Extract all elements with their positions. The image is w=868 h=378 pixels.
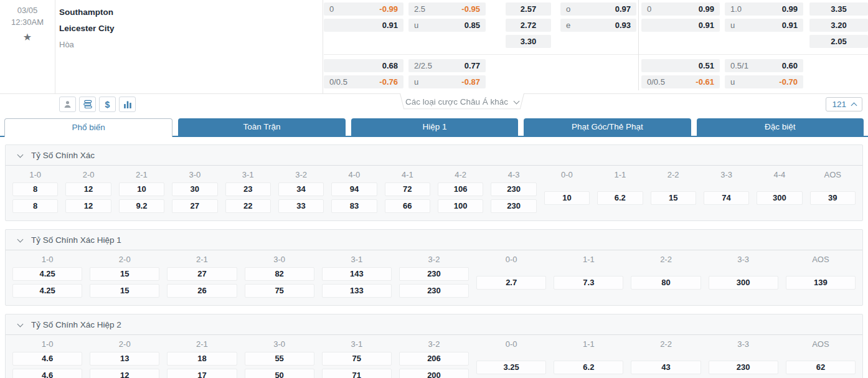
- score-odds-cell[interactable]: 6.2: [554, 361, 623, 374]
- score-odds-cell[interactable]: 230: [491, 182, 536, 196]
- score-odds-cell[interactable]: 200: [399, 369, 469, 378]
- score-odds-cell[interactable]: 34: [278, 182, 324, 196]
- score-odds-cell[interactable]: 4.6: [12, 352, 82, 366]
- odds-cell[interactable]: 2.72: [506, 19, 551, 32]
- score-odds-cell[interactable]: 27: [167, 267, 237, 281]
- market-count-toggle[interactable]: 121: [826, 97, 862, 111]
- score-column-2-2: 15: [647, 182, 700, 213]
- score-odds-cell[interactable]: 62: [786, 361, 856, 374]
- score-odds-cell[interactable]: 15: [90, 267, 159, 281]
- chevron-down-icon[interactable]: [17, 321, 24, 327]
- score-odds-cell[interactable]: 43: [631, 361, 701, 374]
- dollar-icon[interactable]: $: [99, 97, 116, 112]
- tab-full-match[interactable]: Toàn Trận: [178, 118, 345, 136]
- odds-cell[interactable]: 00.99: [641, 2, 720, 16]
- odds-cell[interactable]: e0.93: [560, 19, 636, 32]
- score-odds-cell[interactable]: 83: [331, 199, 377, 213]
- odds-cell[interactable]: 2.57: [506, 2, 551, 16]
- score-odds-cell[interactable]: 4.25: [12, 267, 82, 281]
- score-odds-cell[interactable]: 230: [491, 199, 536, 213]
- score-odds-cell[interactable]: 13: [90, 352, 159, 366]
- odds-cell[interactable]: o0.97: [560, 2, 636, 16]
- stats-icon[interactable]: [119, 97, 136, 112]
- score-odds-cell[interactable]: 26: [167, 284, 237, 298]
- score-odds-cell[interactable]: 12: [65, 182, 111, 196]
- odds-cell[interactable]: 2.5-0.95: [408, 2, 486, 16]
- score-odds-cell[interactable]: 230: [399, 267, 469, 281]
- tab-first-half[interactable]: Hiệp 1: [351, 118, 518, 136]
- favorite-star-icon[interactable]: ★: [23, 31, 32, 43]
- odds-cell[interactable]: 3.20: [809, 19, 868, 32]
- score-odds-cell[interactable]: 94: [331, 182, 377, 196]
- score-odds-cell[interactable]: 71: [322, 369, 392, 378]
- score-odds-cell[interactable]: 12: [65, 199, 111, 213]
- score-odds-cell[interactable]: 100: [438, 199, 483, 213]
- score-odds-cell[interactable]: 33: [278, 199, 324, 213]
- odds-cell[interactable]: u0.91: [725, 19, 803, 32]
- asian-bets-dropdown[interactable]: Các loại cược Châu Á khác: [400, 93, 524, 110]
- odds-cell[interactable]: 2.05: [809, 35, 868, 48]
- bet-types-icon[interactable]: [79, 97, 96, 112]
- score-odds-cell[interactable]: 9.2: [119, 199, 164, 213]
- score-odds-cell[interactable]: 300: [757, 191, 802, 205]
- score-odds-cell[interactable]: 4.25: [12, 284, 82, 298]
- odds-cell[interactable]: 2/2.50.77: [408, 59, 486, 72]
- score-odds-cell[interactable]: 6.2: [597, 191, 643, 205]
- score-odds-cell[interactable]: 74: [704, 191, 749, 205]
- odds-cell[interactable]: 0/0.5-0.76: [324, 75, 403, 88]
- odds-cell[interactable]: 1.00.99: [725, 2, 803, 16]
- score-odds-cell[interactable]: 27: [172, 199, 217, 213]
- score-odds-cell[interactable]: 30: [172, 182, 217, 196]
- score-odds-cell[interactable]: 55: [245, 352, 314, 366]
- score-odds-cell[interactable]: 80: [631, 276, 701, 290]
- score-odds-cell[interactable]: 75: [245, 284, 314, 298]
- odds-cell[interactable]: 0.68: [324, 59, 403, 72]
- odds-cell[interactable]: u-0.70: [725, 75, 803, 88]
- score-odds-cell[interactable]: 8: [12, 199, 58, 213]
- score-odds-cell[interactable]: 66: [385, 199, 430, 213]
- score-odds-cell[interactable]: 7.3: [554, 276, 623, 290]
- chevron-down-icon[interactable]: [17, 151, 24, 158]
- score-odds-cell[interactable]: 3.25: [476, 361, 546, 374]
- tab-popular[interactable]: Phổ biến: [4, 118, 172, 137]
- odds-cell[interactable]: 3.35: [809, 2, 868, 16]
- score-odds-cell[interactable]: 39: [810, 191, 856, 205]
- player-icon[interactable]: [59, 97, 76, 112]
- score-odds-cell[interactable]: 106: [438, 182, 483, 196]
- odds-cell[interactable]: u0.85: [408, 19, 486, 32]
- score-odds-cell[interactable]: 206: [399, 352, 469, 366]
- score-odds-cell[interactable]: 2.7: [476, 276, 546, 290]
- score-odds-cell[interactable]: 139: [786, 276, 856, 290]
- score-odds-cell[interactable]: 50: [245, 369, 314, 378]
- score-odds-cell[interactable]: 82: [245, 267, 314, 281]
- score-odds-cell[interactable]: 15: [651, 191, 696, 205]
- score-odds-cell[interactable]: 10: [544, 191, 590, 205]
- odds-cell[interactable]: 3.30: [506, 35, 551, 48]
- score-odds-cell[interactable]: 17: [167, 369, 237, 378]
- score-odds-cell[interactable]: 75: [322, 352, 392, 366]
- score-odds-cell[interactable]: 23: [225, 182, 271, 196]
- score-odds-cell[interactable]: 18: [167, 352, 237, 366]
- odds-cell[interactable]: 0.91: [641, 19, 720, 32]
- score-odds-cell[interactable]: 15: [90, 284, 159, 298]
- tab-corners-cards[interactable]: Phạt Góc/Thẻ Phạt: [524, 118, 691, 136]
- odds-cell[interactable]: 0/0.5-0.61: [641, 75, 720, 88]
- chevron-down-icon[interactable]: [17, 236, 24, 242]
- odds-cell[interactable]: 0.51: [641, 59, 720, 72]
- odds-cell[interactable]: 0.5/10.60: [725, 59, 803, 72]
- score-odds-cell[interactable]: 10: [119, 182, 164, 196]
- score-odds-cell[interactable]: 300: [709, 276, 778, 290]
- score-odds-cell[interactable]: 72: [385, 182, 430, 196]
- odds-cell[interactable]: 0-0.99: [324, 2, 403, 16]
- score-odds-cell[interactable]: 4.6: [12, 369, 82, 378]
- score-odds-cell[interactable]: 143: [322, 267, 392, 281]
- score-odds-cell[interactable]: 230: [709, 361, 778, 374]
- score-odds-cell[interactable]: 133: [322, 284, 392, 298]
- tab-special[interactable]: Đặc biệt: [697, 118, 864, 136]
- odds-cell[interactable]: u-0.87: [408, 75, 486, 88]
- score-odds-cell[interactable]: 8: [12, 182, 58, 196]
- score-odds-cell[interactable]: 230: [399, 284, 469, 298]
- odds-cell[interactable]: 0.91: [324, 19, 403, 32]
- score-odds-cell[interactable]: 12: [90, 369, 159, 378]
- score-odds-cell[interactable]: 22: [225, 199, 271, 213]
